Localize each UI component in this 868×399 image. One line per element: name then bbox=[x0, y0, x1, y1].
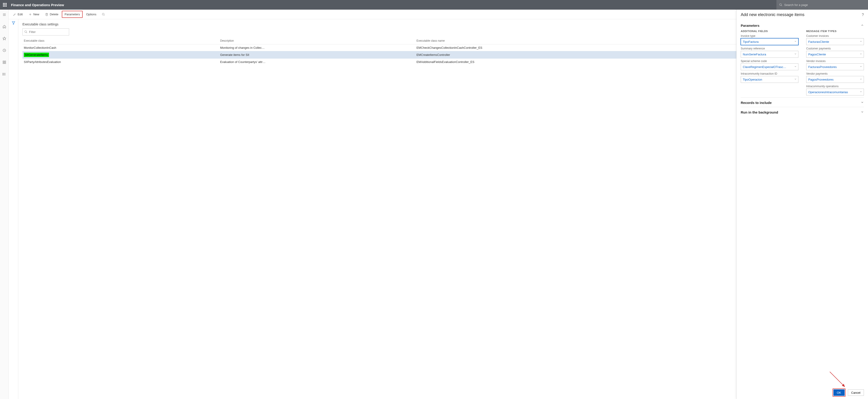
pencil-icon bbox=[13, 13, 16, 16]
svg-point-25 bbox=[2, 75, 3, 75]
grid-filter[interactable] bbox=[23, 28, 69, 35]
svg-rect-2 bbox=[6, 3, 7, 4]
cell-description: Monitoring of changes in Collec… bbox=[219, 44, 415, 51]
grid-filter-input[interactable] bbox=[23, 28, 69, 35]
search-icon bbox=[24, 30, 28, 33]
svg-point-31 bbox=[25, 31, 27, 32]
special-scheme-code-select[interactable]: ClaveRegimenEspecialOTrasc… bbox=[741, 63, 798, 70]
svg-marker-14 bbox=[3, 37, 6, 40]
section-title: Parameters bbox=[741, 24, 760, 28]
nav-workspaces[interactable] bbox=[0, 59, 9, 66]
field-label: Vendor payments bbox=[806, 72, 864, 75]
cell-exec-class: MonitorCollectionInCash bbox=[23, 44, 219, 51]
nav-recent[interactable] bbox=[0, 47, 9, 54]
select-value: ClaveRegimenEspecialOTrasc… bbox=[743, 65, 786, 69]
select-value: OperacionesIntracomunitarias bbox=[808, 90, 848, 94]
cell-exec-class-name: EMCheckChangesCollectionInCashController… bbox=[415, 44, 761, 51]
chevron-down-icon bbox=[860, 65, 862, 69]
invoice-type-select[interactable]: TipoFactura bbox=[741, 38, 798, 45]
select-value: FacturasProveedores bbox=[808, 65, 837, 69]
select-value: PagosProveedores bbox=[808, 78, 834, 81]
nav-favorites[interactable] bbox=[0, 35, 9, 42]
nav-hamburger[interactable] bbox=[0, 11, 9, 18]
svg-rect-3 bbox=[3, 4, 4, 5]
intracommunity-transaction-select[interactable]: TipoOperacion bbox=[741, 76, 798, 83]
filter-rail bbox=[9, 19, 18, 399]
cell-exec-class-name: EMCreateItemsController bbox=[415, 51, 761, 59]
chevron-down-icon bbox=[794, 65, 797, 69]
funnel-icon[interactable] bbox=[12, 21, 16, 399]
delete-button[interactable]: Delete bbox=[42, 11, 61, 18]
new-button[interactable]: New bbox=[26, 11, 42, 18]
field-label: Customer payments bbox=[806, 47, 864, 50]
app-title: Finance and Operations Preview bbox=[11, 3, 64, 7]
col-description[interactable]: Description bbox=[219, 37, 415, 44]
svg-rect-8 bbox=[6, 6, 7, 7]
help-icon[interactable]: ? bbox=[862, 13, 864, 17]
nav-modules[interactable] bbox=[0, 70, 9, 78]
nav-home[interactable] bbox=[0, 23, 9, 30]
plus-icon bbox=[29, 13, 32, 16]
summary-reference-select[interactable]: NumSerieFactura bbox=[741, 51, 798, 58]
panel-title: Add new electronic message items bbox=[741, 12, 804, 17]
svg-point-28 bbox=[102, 13, 104, 15]
customer-invoices-select[interactable]: FacturasCliente bbox=[806, 38, 864, 45]
chevron-down-icon bbox=[860, 40, 862, 43]
parameters-label: Parameters bbox=[65, 12, 80, 16]
vendor-payments-select[interactable]: PagosProveedores bbox=[806, 76, 864, 83]
section-records-to-include[interactable]: Records to include bbox=[741, 97, 864, 107]
col-exec-class-name[interactable]: Executable class name bbox=[415, 37, 761, 44]
options-label: Options bbox=[86, 12, 96, 16]
select-value: PagosCliente bbox=[808, 53, 826, 56]
chevron-down-icon bbox=[860, 90, 862, 94]
field-label: Summary reference bbox=[741, 47, 798, 50]
chevron-down-icon bbox=[860, 53, 862, 56]
nav-rail bbox=[0, 10, 9, 399]
svg-rect-17 bbox=[5, 61, 6, 62]
additional-fields-column: ADDITIONAL FIELDS Invoice type TipoFactu… bbox=[741, 30, 798, 97]
vendor-invoices-select[interactable]: FacturasProveedores bbox=[806, 63, 864, 70]
find-button[interactable] bbox=[100, 11, 107, 18]
ok-button[interactable]: OK bbox=[833, 389, 845, 396]
ok-button-highlight: OK bbox=[833, 389, 845, 397]
field-label: Intracommunity transaction ID bbox=[741, 72, 798, 75]
field-label: Intracommunity operations bbox=[806, 85, 864, 88]
customer-payments-select[interactable]: PagosCliente bbox=[806, 51, 864, 58]
section-parameters[interactable]: Parameters bbox=[741, 20, 864, 30]
svg-rect-6 bbox=[3, 6, 4, 7]
app-launcher[interactable] bbox=[0, 0, 10, 10]
cell-description: Evaluation of Counterpartys' attr… bbox=[219, 59, 415, 65]
field-label: Customer invoices bbox=[806, 34, 864, 37]
parameters-panel: Add new electronic message items ? Param… bbox=[736, 10, 868, 399]
message-item-types-column: MESSAGE ITEM TYPES Customer invoices Fac… bbox=[806, 30, 864, 97]
global-search-input[interactable] bbox=[784, 3, 865, 7]
field-label: Vendor invoices bbox=[806, 60, 864, 63]
options-button[interactable]: Options bbox=[84, 11, 99, 18]
select-value: TipoOperacion bbox=[743, 78, 762, 81]
chevron-down-icon bbox=[794, 78, 797, 81]
edit-button[interactable]: Edit bbox=[10, 11, 25, 18]
delete-label: Delete bbox=[50, 12, 58, 16]
cell-exec-class-name: EMAdditionalFieldsEvaluationController_E… bbox=[415, 59, 761, 65]
chevron-down-icon bbox=[860, 78, 862, 81]
cell-description: Generate items for SII bbox=[219, 51, 415, 59]
section-title: Run in the background bbox=[741, 110, 778, 114]
svg-rect-1 bbox=[4, 3, 5, 4]
search-icon bbox=[102, 13, 105, 16]
section-run-in-background[interactable]: Run in the background bbox=[741, 107, 864, 117]
cell-exec-class: SIIGenerateItems bbox=[23, 51, 219, 59]
search-icon bbox=[779, 3, 782, 6]
parameters-button[interactable]: Parameters bbox=[62, 11, 83, 18]
select-value: TipoFactura bbox=[743, 40, 758, 43]
chevron-down-icon bbox=[794, 40, 797, 43]
col-exec-class[interactable]: Executable class bbox=[23, 37, 219, 44]
svg-point-24 bbox=[2, 74, 3, 74]
svg-rect-16 bbox=[3, 61, 4, 62]
global-search[interactable] bbox=[776, 0, 868, 10]
svg-rect-5 bbox=[6, 4, 7, 5]
svg-rect-19 bbox=[5, 62, 6, 64]
topbar: Finance and Operations Preview bbox=[0, 0, 868, 10]
chevron-down-icon bbox=[861, 101, 864, 104]
cancel-button[interactable]: Cancel bbox=[848, 389, 864, 396]
intracommunity-operations-select[interactable]: OperacionesIntracomunitarias bbox=[806, 89, 864, 95]
